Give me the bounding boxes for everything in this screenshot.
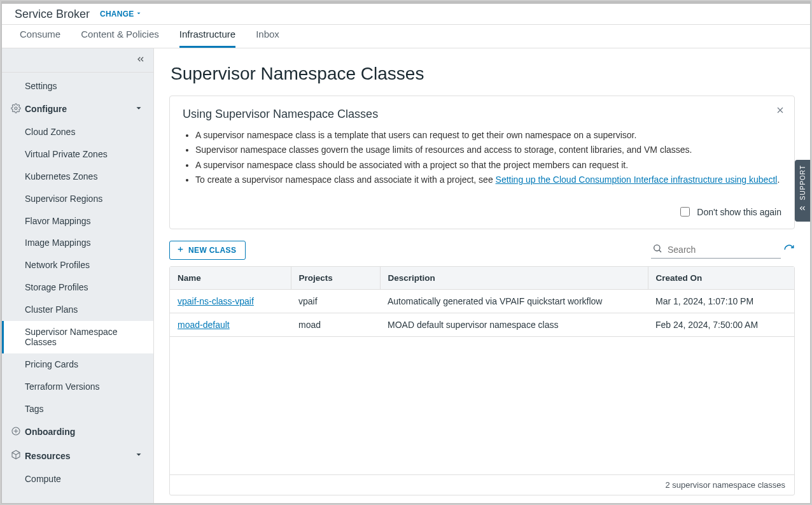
sidebar-section-label: Onboarding bbox=[25, 427, 75, 437]
context-change-label: CHANGE bbox=[100, 10, 134, 18]
support-tab[interactable]: SUPPORT bbox=[795, 160, 810, 222]
sidebar-item[interactable]: Terraform Versions bbox=[2, 376, 153, 398]
tab-inbox[interactable]: Inbox bbox=[256, 24, 279, 48]
context-change[interactable]: CHANGE bbox=[100, 10, 141, 18]
sidebar-item[interactable]: Compute bbox=[2, 468, 153, 490]
tab-content[interactable]: Content & Policies bbox=[81, 24, 159, 48]
topbar: Service Broker CHANGE bbox=[2, 2, 810, 25]
app-name: Service Broker bbox=[15, 8, 90, 21]
info-card: Using Supervisor Namespace Classes A sup… bbox=[169, 96, 795, 229]
double-chevron-left-icon bbox=[136, 54, 146, 66]
new-class-label: New Class bbox=[188, 246, 236, 255]
info-bullet: To create a supervisor namespace class a… bbox=[195, 173, 781, 186]
sidebar-section[interactable]: Onboarding bbox=[2, 420, 153, 445]
table-toolbar: New Class bbox=[169, 241, 795, 260]
ns-class-link[interactable]: moad-default bbox=[178, 320, 230, 330]
column-header[interactable]: Description bbox=[380, 267, 648, 290]
info-bullet: A supervisor namespace class is a templa… bbox=[195, 129, 781, 141]
sidebar-item[interactable]: Supervisor Regions bbox=[2, 188, 153, 210]
ns-class-link[interactable]: vpaif-ns-class-vpaif bbox=[178, 296, 254, 306]
sidebar-item[interactable]: Cloud Zones bbox=[2, 121, 153, 143]
sidebar-item[interactable]: Supervisor Namespace Classes bbox=[2, 321, 153, 354]
search-input[interactable] bbox=[666, 244, 780, 255]
new-class-button[interactable]: New Class bbox=[169, 241, 246, 260]
sidebar-item[interactable]: Storage Profiles bbox=[2, 276, 153, 299]
sidebar-section-label: Configure bbox=[25, 104, 67, 115]
sidebar-item[interactable]: Image Mappings bbox=[2, 232, 153, 254]
main-tabs: ConsumeContent & PoliciesInfrastructureI… bbox=[2, 25, 810, 48]
refresh-icon bbox=[783, 247, 795, 257]
table-row[interactable]: moad-defaultmoadMOAD default supervisor … bbox=[170, 313, 794, 337]
cell-description: MOAD default supervisor namespace class bbox=[380, 313, 648, 337]
section-icon bbox=[11, 426, 21, 439]
tab-consume[interactable]: Consume bbox=[20, 24, 60, 48]
sidebar-item[interactable]: Virtual Private Zones bbox=[2, 143, 153, 166]
info-heading: Using Supervisor Namespace Classes bbox=[183, 108, 781, 121]
search-icon bbox=[652, 243, 662, 255]
app-frame: Service Broker CHANGE ConsumeContent & P… bbox=[1, 1, 811, 504]
sidebar-item[interactable]: Network Profiles bbox=[2, 254, 153, 276]
sidebar-item[interactable]: Cluster Plans bbox=[2, 299, 153, 321]
sidebar-item[interactable]: Settings bbox=[2, 75, 153, 97]
sidebar-item[interactable]: Pricing Cards bbox=[2, 353, 153, 376]
svg-point-0 bbox=[15, 107, 17, 110]
plus-icon bbox=[176, 245, 185, 255]
docs-link[interactable]: Setting up the Cloud Consumption Interfa… bbox=[496, 174, 778, 185]
page-title: Supervisor Namespace Classes bbox=[171, 64, 795, 84]
section-icon bbox=[11, 450, 21, 462]
cell-projects: vpaif bbox=[291, 290, 380, 313]
table-row[interactable]: vpaif-ns-class-vpaifvpaifAutomatically g… bbox=[170, 290, 794, 313]
support-label: SUPPORT bbox=[799, 165, 806, 200]
sidebar-collapse[interactable] bbox=[2, 48, 153, 73]
info-bullets: A supervisor namespace class is a templa… bbox=[183, 129, 781, 186]
sidebar: SettingsConfigureCloud ZonesVirtual Priv… bbox=[2, 48, 154, 503]
column-header[interactable]: Created On bbox=[648, 267, 794, 290]
cell-created: Mar 1, 2024, 1:07:10 PM bbox=[648, 290, 794, 313]
search-input-wrap[interactable] bbox=[651, 242, 781, 259]
cell-created: Feb 24, 2024, 7:50:00 AM bbox=[648, 313, 794, 337]
dont-show-checkbox[interactable] bbox=[680, 207, 690, 217]
sidebar-section[interactable]: Configure bbox=[2, 97, 153, 122]
chevron-down-icon bbox=[134, 104, 143, 115]
column-header[interactable]: Projects bbox=[291, 267, 380, 290]
sidebar-item[interactable]: Flavor Mappings bbox=[2, 210, 153, 232]
info-bullet: A supervisor namespace class should be a… bbox=[195, 159, 781, 171]
cell-projects: moad bbox=[291, 313, 380, 337]
dont-show-label: Don't show this again bbox=[697, 207, 781, 217]
double-chevron-left-icon bbox=[798, 204, 807, 214]
section-icon bbox=[11, 103, 21, 116]
info-bullet: Supervisor namespace classes govern the … bbox=[195, 143, 781, 156]
ns-class-table: NameProjectsDescriptionCreated On vpaif-… bbox=[169, 266, 795, 495]
main-content: Supervisor Namespace Classes Using Super… bbox=[154, 48, 810, 503]
sidebar-item[interactable]: Kubernetes Zones bbox=[2, 166, 153, 188]
tab-infrastructure[interactable]: Infrastructure bbox=[179, 24, 235, 48]
column-header[interactable]: Name bbox=[170, 267, 291, 290]
cell-description: Automatically generated via VPAIF quicks… bbox=[380, 290, 648, 313]
svg-point-2 bbox=[654, 245, 660, 251]
table-footer: 2 supervisor namespace classes bbox=[170, 474, 794, 495]
close-icon[interactable] bbox=[775, 105, 785, 115]
sidebar-section-label: Resources bbox=[25, 451, 71, 462]
chevron-down-icon bbox=[136, 10, 142, 18]
chevron-down-icon bbox=[134, 450, 143, 462]
refresh-button[interactable] bbox=[783, 244, 795, 257]
sidebar-item[interactable]: Tags bbox=[2, 398, 153, 420]
sidebar-nav: SettingsConfigureCloud ZonesVirtual Priv… bbox=[2, 73, 153, 503]
sidebar-section[interactable]: Resources bbox=[2, 444, 153, 468]
